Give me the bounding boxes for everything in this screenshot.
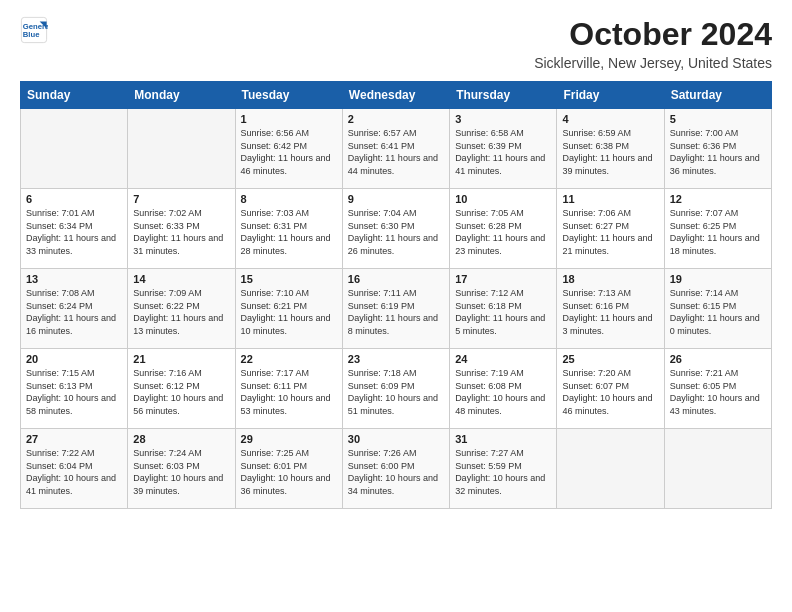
day-number: 31 [455, 433, 551, 445]
calendar-cell [664, 429, 771, 509]
day-number: 23 [348, 353, 444, 365]
calendar-cell: 30Sunrise: 7:26 AM Sunset: 6:00 PM Dayli… [342, 429, 449, 509]
calendar-cell: 5Sunrise: 7:00 AM Sunset: 6:36 PM Daylig… [664, 109, 771, 189]
day-info: Sunrise: 7:20 AM Sunset: 6:07 PM Dayligh… [562, 367, 658, 417]
day-number: 1 [241, 113, 337, 125]
calendar-cell: 20Sunrise: 7:15 AM Sunset: 6:13 PM Dayli… [21, 349, 128, 429]
calendar-cell: 13Sunrise: 7:08 AM Sunset: 6:24 PM Dayli… [21, 269, 128, 349]
calendar-cell: 12Sunrise: 7:07 AM Sunset: 6:25 PM Dayli… [664, 189, 771, 269]
day-info: Sunrise: 7:03 AM Sunset: 6:31 PM Dayligh… [241, 207, 337, 257]
calendar-cell: 29Sunrise: 7:25 AM Sunset: 6:01 PM Dayli… [235, 429, 342, 509]
day-info: Sunrise: 6:57 AM Sunset: 6:41 PM Dayligh… [348, 127, 444, 177]
day-info: Sunrise: 7:11 AM Sunset: 6:19 PM Dayligh… [348, 287, 444, 337]
day-number: 20 [26, 353, 122, 365]
day-number: 19 [670, 273, 766, 285]
calendar-cell: 15Sunrise: 7:10 AM Sunset: 6:21 PM Dayli… [235, 269, 342, 349]
svg-text:Blue: Blue [23, 30, 40, 39]
day-info: Sunrise: 7:01 AM Sunset: 6:34 PM Dayligh… [26, 207, 122, 257]
day-info: Sunrise: 7:26 AM Sunset: 6:00 PM Dayligh… [348, 447, 444, 497]
day-header-sunday: Sunday [21, 82, 128, 109]
calendar-title: October 2024 [534, 16, 772, 53]
day-info: Sunrise: 7:14 AM Sunset: 6:15 PM Dayligh… [670, 287, 766, 337]
day-info: Sunrise: 7:02 AM Sunset: 6:33 PM Dayligh… [133, 207, 229, 257]
calendar-cell: 24Sunrise: 7:19 AM Sunset: 6:08 PM Dayli… [450, 349, 557, 429]
day-info: Sunrise: 7:10 AM Sunset: 6:21 PM Dayligh… [241, 287, 337, 337]
day-header-saturday: Saturday [664, 82, 771, 109]
day-info: Sunrise: 7:12 AM Sunset: 6:18 PM Dayligh… [455, 287, 551, 337]
day-info: Sunrise: 7:25 AM Sunset: 6:01 PM Dayligh… [241, 447, 337, 497]
day-info: Sunrise: 7:21 AM Sunset: 6:05 PM Dayligh… [670, 367, 766, 417]
calendar-cell: 31Sunrise: 7:27 AM Sunset: 5:59 PM Dayli… [450, 429, 557, 509]
calendar-cell [21, 109, 128, 189]
day-number: 11 [562, 193, 658, 205]
day-number: 5 [670, 113, 766, 125]
day-info: Sunrise: 6:56 AM Sunset: 6:42 PM Dayligh… [241, 127, 337, 177]
day-header-friday: Friday [557, 82, 664, 109]
calendar-cell: 16Sunrise: 7:11 AM Sunset: 6:19 PM Dayli… [342, 269, 449, 349]
calendar-cell: 23Sunrise: 7:18 AM Sunset: 6:09 PM Dayli… [342, 349, 449, 429]
calendar-cell: 8Sunrise: 7:03 AM Sunset: 6:31 PM Daylig… [235, 189, 342, 269]
day-header-monday: Monday [128, 82, 235, 109]
day-info: Sunrise: 7:13 AM Sunset: 6:16 PM Dayligh… [562, 287, 658, 337]
day-number: 13 [26, 273, 122, 285]
day-number: 8 [241, 193, 337, 205]
day-number: 24 [455, 353, 551, 365]
day-number: 18 [562, 273, 658, 285]
calendar-cell: 3Sunrise: 6:58 AM Sunset: 6:39 PM Daylig… [450, 109, 557, 189]
day-number: 3 [455, 113, 551, 125]
calendar-cell [557, 429, 664, 509]
day-info: Sunrise: 7:19 AM Sunset: 6:08 PM Dayligh… [455, 367, 551, 417]
calendar-cell: 10Sunrise: 7:05 AM Sunset: 6:28 PM Dayli… [450, 189, 557, 269]
calendar-cell: 19Sunrise: 7:14 AM Sunset: 6:15 PM Dayli… [664, 269, 771, 349]
day-number: 22 [241, 353, 337, 365]
calendar-table: SundayMondayTuesdayWednesdayThursdayFrid… [20, 81, 772, 509]
day-number: 10 [455, 193, 551, 205]
day-info: Sunrise: 7:07 AM Sunset: 6:25 PM Dayligh… [670, 207, 766, 257]
calendar-cell: 7Sunrise: 7:02 AM Sunset: 6:33 PM Daylig… [128, 189, 235, 269]
day-number: 14 [133, 273, 229, 285]
calendar-cell: 27Sunrise: 7:22 AM Sunset: 6:04 PM Dayli… [21, 429, 128, 509]
day-info: Sunrise: 7:18 AM Sunset: 6:09 PM Dayligh… [348, 367, 444, 417]
calendar-cell [128, 109, 235, 189]
day-number: 7 [133, 193, 229, 205]
day-number: 17 [455, 273, 551, 285]
day-number: 27 [26, 433, 122, 445]
day-info: Sunrise: 7:15 AM Sunset: 6:13 PM Dayligh… [26, 367, 122, 417]
day-number: 16 [348, 273, 444, 285]
logo-icon: General Blue [20, 16, 48, 44]
day-number: 2 [348, 113, 444, 125]
calendar-subtitle: Sicklerville, New Jersey, United States [534, 55, 772, 71]
day-number: 12 [670, 193, 766, 205]
day-number: 25 [562, 353, 658, 365]
day-info: Sunrise: 7:05 AM Sunset: 6:28 PM Dayligh… [455, 207, 551, 257]
day-number: 6 [26, 193, 122, 205]
day-info: Sunrise: 7:09 AM Sunset: 6:22 PM Dayligh… [133, 287, 229, 337]
day-number: 28 [133, 433, 229, 445]
day-number: 4 [562, 113, 658, 125]
day-info: Sunrise: 7:17 AM Sunset: 6:11 PM Dayligh… [241, 367, 337, 417]
calendar-cell: 17Sunrise: 7:12 AM Sunset: 6:18 PM Dayli… [450, 269, 557, 349]
day-info: Sunrise: 7:00 AM Sunset: 6:36 PM Dayligh… [670, 127, 766, 177]
calendar-cell: 9Sunrise: 7:04 AM Sunset: 6:30 PM Daylig… [342, 189, 449, 269]
day-info: Sunrise: 7:08 AM Sunset: 6:24 PM Dayligh… [26, 287, 122, 337]
calendar-cell: 22Sunrise: 7:17 AM Sunset: 6:11 PM Dayli… [235, 349, 342, 429]
calendar-cell: 28Sunrise: 7:24 AM Sunset: 6:03 PM Dayli… [128, 429, 235, 509]
day-number: 26 [670, 353, 766, 365]
day-info: Sunrise: 7:04 AM Sunset: 6:30 PM Dayligh… [348, 207, 444, 257]
day-header-wednesday: Wednesday [342, 82, 449, 109]
day-header-thursday: Thursday [450, 82, 557, 109]
title-area: October 2024 Sicklerville, New Jersey, U… [534, 16, 772, 71]
day-info: Sunrise: 7:16 AM Sunset: 6:12 PM Dayligh… [133, 367, 229, 417]
day-number: 30 [348, 433, 444, 445]
calendar-cell: 25Sunrise: 7:20 AM Sunset: 6:07 PM Dayli… [557, 349, 664, 429]
calendar-cell: 4Sunrise: 6:59 AM Sunset: 6:38 PM Daylig… [557, 109, 664, 189]
calendar-cell: 2Sunrise: 6:57 AM Sunset: 6:41 PM Daylig… [342, 109, 449, 189]
calendar-cell: 18Sunrise: 7:13 AM Sunset: 6:16 PM Dayli… [557, 269, 664, 349]
calendar-cell: 14Sunrise: 7:09 AM Sunset: 6:22 PM Dayli… [128, 269, 235, 349]
logo: General Blue [20, 16, 48, 44]
day-info: Sunrise: 7:24 AM Sunset: 6:03 PM Dayligh… [133, 447, 229, 497]
day-info: Sunrise: 7:22 AM Sunset: 6:04 PM Dayligh… [26, 447, 122, 497]
day-number: 29 [241, 433, 337, 445]
day-number: 21 [133, 353, 229, 365]
calendar-cell: 11Sunrise: 7:06 AM Sunset: 6:27 PM Dayli… [557, 189, 664, 269]
